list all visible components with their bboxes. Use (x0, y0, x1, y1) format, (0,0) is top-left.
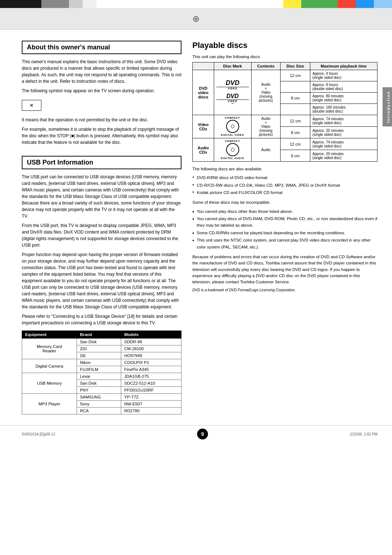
header-area (0, 8, 392, 30)
table-cell-model: YP-T7Z (121, 394, 181, 401)
disc-size-dvd-8: 8 cm (281, 93, 310, 104)
disc-table: Disc Mark Contents Disc Size Maximum pla… (192, 62, 377, 162)
notes-list: You cannot play discs other than those l… (192, 208, 377, 250)
table-cell-brand: FUJIFILM (77, 366, 121, 373)
usb-body-4: Please refer to "Connecting to a USB Sto… (22, 313, 181, 326)
note-1: You cannot play discs other than those l… (192, 208, 377, 215)
note-3: Some CD-R/RWs cannot be played back depe… (192, 230, 377, 236)
right-column: Playable discs This unit can play the fo… (192, 41, 377, 414)
top-color-bar (0, 0, 392, 8)
disc-table-row-acd: AudioCDs COMPACT DIGITAL AUDIO Audio 12 … (193, 138, 377, 150)
disc-table-header-category (193, 62, 214, 70)
table-cell-equipment: MP3 Player (22, 394, 77, 414)
disc-mark-dvd: DVD VIDEO DVD VIDEO ™ (214, 70, 251, 115)
about-section-header: About this owner's manual (22, 41, 181, 54)
about-body-2: The following symbol may appear on the T… (22, 88, 181, 94)
disc-playback-acd-8: Approx. 20 minutes(single sided disc) (310, 150, 377, 162)
disc-table-header-size: Disc Size (281, 62, 310, 70)
footer: 5V60101A [E]p06-12 9 2/22/06, 1:02 PM (0, 425, 392, 442)
disc-table-header-contents: Contents (251, 62, 281, 70)
table-cell-brand: GE (77, 352, 121, 359)
table-row: MP3 Player SAMSUNG YP-T7Z (22, 394, 181, 401)
table-cell-brand: San Disk (77, 339, 121, 345)
table-cell-model: CM-28100 (121, 345, 181, 352)
disc-contents-acd: Audio (251, 138, 281, 162)
disc-playback-vcd-8: Approx. 20 minutes(single sided disc) (310, 127, 377, 138)
about-body-3: It means that the operation is not permi… (22, 117, 181, 123)
table-cell-model: RD2780 (121, 408, 181, 414)
table-row: Memory CardReader San Disk SDDR-89 (22, 339, 181, 345)
table-cell-brand: Lexar (77, 373, 121, 380)
color-block-gray2 (55, 0, 69, 8)
footer-left: 5V60101A [E]p06-12 (22, 432, 55, 436)
disc-contents-vcd: Audio+Video(movingpictures) (251, 115, 281, 138)
disc-category-acd: AudioCDs (193, 138, 214, 162)
disc-mark-acd: COMPACT DIGITAL AUDIO (214, 138, 251, 162)
prohibited-symbol-box: ✕ (22, 100, 41, 111)
table-cell-brand: Nikon (77, 359, 121, 366)
color-block-gray1 (41, 0, 55, 8)
color-block-lgray (69, 0, 83, 8)
table-cell-brand: PNY (77, 387, 121, 394)
table-header-equipment: Equipment (22, 331, 77, 339)
available-bullet-2: CD-R/CD-RW discs of CD-DA, Video CD, MP3… (192, 182, 377, 189)
table-cell-equipment: Digital Camera (22, 359, 77, 373)
about-body-1: This owner's manual explains the basic i… (22, 58, 181, 85)
disc-mark-vcd: COMPACT DIGITAL VIDEO (214, 115, 251, 138)
equipment-table: Equipment Brand Models Memory CardReader… (22, 331, 181, 414)
disc-playback-acd-12: Approx. 74 minutes(single sided disc) (310, 138, 377, 150)
color-block-black3 (28, 0, 41, 8)
left-column: About this owner's manual This owner's m… (22, 41, 181, 414)
disc-contents-dvd: Audio+Video(movingpictures) (251, 70, 281, 115)
table-header-models: Models (121, 331, 181, 339)
table-row: USB Memory Lexar JDA1GB-275 (22, 373, 181, 380)
color-block-yellow (283, 0, 301, 8)
table-cell-model: FinePix A345 (121, 366, 181, 373)
note-4: This unit uses the NTSC color system, an… (192, 237, 377, 250)
table-cell-brand: RCA (77, 408, 121, 414)
table-header-brand: Brand (77, 331, 121, 339)
table-cell-model: COOLPIX P2 (121, 359, 181, 366)
disc-size-vcd-8: 8 cm (281, 127, 310, 138)
table-cell-equipment: USB Memory (22, 373, 77, 394)
available-note: Some of these discs may be incompatible. (192, 199, 377, 206)
about-body-4: For example, sometimes it is unable to s… (22, 126, 181, 146)
color-block-black1 (0, 0, 14, 8)
disc-table-row-dvd: DVDvideodiscs DVD VIDEO DVD VIDEO ™ Audi… (193, 70, 377, 81)
usb-section-header: USB Port Information (22, 156, 181, 169)
playable-discs-title: Playable discs (192, 41, 377, 50)
color-block-red (338, 0, 356, 8)
available-discs-intro: The following discs are also available. (192, 166, 377, 172)
intro-tab: Introduction (383, 87, 392, 126)
disc-size-acd-12: 12 cm (281, 138, 310, 150)
color-block-blue (356, 0, 374, 8)
main-content: About this owner's manual This owner's m… (0, 30, 392, 422)
color-block-lblue (374, 0, 392, 8)
table-cell-model: HO97949 (121, 352, 181, 359)
table-cell-equipment: Memory CardReader (22, 339, 77, 359)
disc-playback-dvd-12a: Approx. 4 hours(single sided disc) (310, 70, 377, 81)
table-cell-model: SDCZ2-512-A10 (121, 380, 181, 387)
disc-table-row-vcd: VideoCDs COMPACT DIGITAL VIDEO Audio+Vid… (193, 115, 377, 127)
available-bullet-3: Kodak picture CD and FUJICOLOR CD format (192, 189, 377, 196)
disc-category-vcd: VideoCDs (193, 115, 214, 138)
table-cell-model: NW-E507 (121, 401, 181, 408)
available-bullet-1: DVD-R/RW discs of DVD video format (192, 174, 377, 181)
disc-table-header-mark: Disc Mark (214, 62, 251, 70)
color-block-black2 (14, 0, 28, 8)
note-5: Because of problems and errors that can … (192, 254, 377, 285)
disc-size-acd-8: 8 cm (281, 150, 310, 162)
table-row: Digital Camera Nikon COOLPIX P2 (22, 359, 181, 366)
table-cell-brand: SAMSUNG (77, 394, 121, 401)
table-cell-model: PFD01GU20RF (121, 387, 181, 394)
disc-size-dvd-8b (281, 104, 310, 115)
note-2: You cannot play discs of DVD-RAM, DVD-RO… (192, 215, 377, 229)
color-block-green (301, 0, 319, 8)
usb-body-3: Proper function may depend upon having t… (22, 251, 181, 310)
color-block-white (83, 0, 97, 8)
usb-body-1: The USB port can be connected to USB sto… (22, 174, 181, 219)
table-cell-brand: ZIO (77, 345, 121, 352)
disc-size-vcd-12: 12 cm (281, 115, 310, 127)
playable-intro: This unit can play the following discs. (192, 54, 377, 60)
disc-size-dvd-12b (281, 81, 310, 93)
